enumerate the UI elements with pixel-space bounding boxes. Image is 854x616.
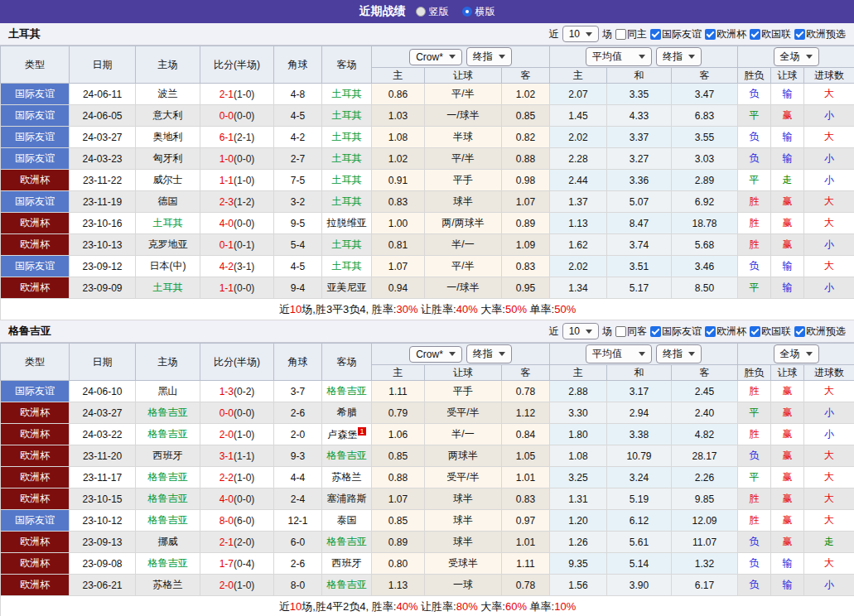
final-odds-select[interactable]: 终指	[656, 344, 702, 363]
final-odds-select[interactable]: 终指	[466, 47, 512, 66]
crow-home-odds: 1.02	[372, 148, 425, 170]
result-outcome: 负	[738, 148, 771, 170]
half-time-score: (0-4)	[234, 558, 254, 570]
full-match-select[interactable]: 全场	[774, 344, 819, 363]
record-summary: 近10场,胜4平2负4, 胜率:40% 让胜率:80% 大率:60% 单率:10…	[1, 596, 854, 616]
crow-away-odds: 0.95	[502, 277, 550, 299]
friendly-checkbox[interactable]	[650, 326, 661, 337]
full-time-score: 2-2	[220, 472, 234, 484]
bookmaker-select[interactable]: Crow*	[409, 346, 462, 363]
avg-home-odds: 3.25	[550, 467, 607, 488]
avg-away-odds: 18.78	[672, 213, 738, 234]
filter-controls: 近 10 场 同客 国际友谊 欧洲杯 欧国联 欧洲预选	[549, 323, 846, 339]
same-venue-label: 同客	[627, 325, 647, 339]
match-row: 欧洲杯23-10-13克罗地亚0-1(0-1)5-4土耳其0.81半/一1.09…	[1, 234, 854, 256]
corners: 9-3	[274, 445, 322, 467]
home-team: 土耳其	[136, 277, 200, 299]
corners: 6-0	[274, 532, 322, 553]
bookmaker-select[interactable]: Crow*	[409, 49, 462, 65]
half-time-score: (6-0)	[234, 515, 254, 527]
half-time-score: (1-1)	[234, 450, 254, 462]
corners: 9-4	[274, 277, 322, 299]
away-team: 土耳其	[322, 170, 372, 191]
chevron-down-icon	[499, 55, 505, 59]
recent-count-select[interactable]: 10	[562, 26, 599, 42]
match-date: 24-06-05	[70, 105, 136, 127]
crow-handicap: 平/半	[425, 148, 502, 170]
half-time-score: (1-2)	[234, 196, 254, 208]
match-row: 欧洲杯24-03-22格鲁吉亚2-0(1-0)2-0卢森堡11.06半/一0.8…	[1, 424, 854, 445]
nationsleague-checkbox[interactable]	[750, 326, 760, 337]
half-time-score: (0-1)	[234, 239, 254, 251]
home-team: 土耳其	[136, 213, 200, 234]
league-filter-friendly[interactable]: 国际友谊	[650, 27, 702, 41]
nationsleague-checkbox[interactable]	[750, 29, 760, 40]
match-row: 欧洲杯23-10-16土耳其4-0(0-0)9-5拉脱维亚1.00两/两球半0.…	[1, 213, 854, 234]
full-time-score: 1-0	[220, 153, 234, 165]
home-team: 西班牙	[136, 445, 200, 467]
record-summary: 近10场,胜3平3负4, 胜率:30% 让胜率:40% 大率:50% 单率:50…	[1, 299, 854, 320]
col-goals: 进球数	[804, 365, 854, 381]
score: 2-0(1-0)	[200, 424, 274, 445]
home-team: 挪威	[136, 532, 200, 553]
league-filter-eurocup[interactable]: 欧洲杯	[705, 325, 746, 339]
avg-away-odds: 2.89	[672, 170, 738, 191]
col-avg-draw: 和	[607, 68, 672, 84]
avg-draw-odds: 2.94	[607, 402, 672, 424]
avg-away-odds: 12.09	[672, 510, 738, 532]
recent-count-select[interactable]: 10	[562, 323, 599, 339]
half-time-score: (0-0)	[234, 153, 254, 165]
league-badge: 欧洲杯	[1, 445, 70, 467]
average-select[interactable]: 平均值	[586, 344, 652, 363]
avg-draw-odds: 3.37	[607, 127, 672, 148]
friendly-checkbox[interactable]	[650, 29, 661, 40]
final-odds-select[interactable]: 终指	[656, 47, 702, 66]
crow-home-odds: 0.81	[372, 234, 425, 256]
score: 2-1(2-0)	[200, 532, 274, 553]
euroqualifier-checkbox[interactable]	[794, 29, 805, 40]
away-team: 土耳其	[322, 148, 372, 170]
layout-radio-horizontal[interactable]: 横版	[462, 5, 495, 19]
goals-outcome: 小	[804, 170, 854, 191]
eurocup-checkbox[interactable]	[705, 29, 716, 40]
league-badge: 国际友谊	[1, 84, 70, 105]
home-team: 格鲁吉亚	[136, 402, 200, 424]
away-team: 土耳其	[322, 84, 372, 105]
same-venue-filter[interactable]: 同主	[615, 27, 647, 41]
handicap-outcome: 赢	[771, 213, 804, 234]
avg-away-odds: 5.68	[672, 234, 738, 256]
full-match-select[interactable]: 全场	[774, 47, 819, 66]
league-filter-friendly[interactable]: 国际友谊	[650, 325, 702, 339]
avg-away-odds: 28.17	[672, 445, 738, 467]
avg-draw-odds: 3.27	[607, 148, 672, 170]
euroqualifier-checkbox[interactable]	[794, 326, 805, 337]
full-time-score: 4-0	[220, 493, 234, 505]
crow-away-odds: 0.83	[502, 488, 550, 510]
avg-away-odds: 6.17	[672, 575, 738, 596]
crow-handicap: 两球半	[425, 445, 502, 467]
league-filter-nationsleague[interactable]: 欧国联	[750, 325, 791, 339]
col-result: 胜负	[738, 68, 771, 84]
match-date: 23-09-08	[70, 553, 136, 575]
handicap-outcome: 赢	[771, 191, 804, 213]
same-venue-filter[interactable]: 同客	[615, 325, 647, 339]
layout-radio-vertical[interactable]: 竖版	[416, 5, 449, 19]
match-row: 欧洲杯23-06-21苏格兰2-0(1-0)8-0格鲁吉亚1.13一球0.781…	[1, 575, 854, 596]
average-select[interactable]: 平均值	[586, 47, 652, 66]
col-score: 比分(半场)	[200, 344, 274, 381]
crow-handicap: 球半	[425, 488, 502, 510]
eurocup-checkbox[interactable]	[705, 326, 716, 337]
col-odds-home: 主	[372, 68, 425, 84]
away-team: 拉脱维亚	[322, 213, 372, 234]
avg-home-odds: 2.07	[550, 84, 607, 105]
match-date: 23-09-12	[70, 256, 136, 277]
match-date: 23-09-09	[70, 277, 136, 299]
same-venue-checkbox[interactable]	[615, 29, 626, 40]
league-filter-euroqualifier[interactable]: 欧洲预选	[794, 27, 846, 41]
same-venue-checkbox[interactable]	[615, 326, 626, 337]
league-filter-euroqualifier[interactable]: 欧洲预选	[794, 325, 846, 339]
league-filter-eurocup[interactable]: 欧洲杯	[705, 27, 746, 41]
crow-away-odds: 0.98	[502, 170, 550, 191]
final-odds-select[interactable]: 终指	[466, 344, 512, 363]
league-filter-nationsleague[interactable]: 欧国联	[750, 27, 791, 41]
